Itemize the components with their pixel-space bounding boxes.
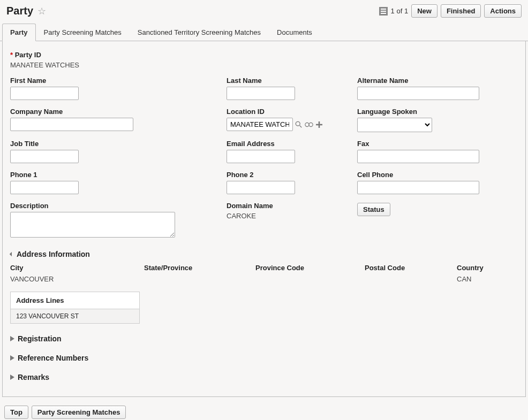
section-address-information-label: Address Information	[17, 250, 90, 258]
section-reference-numbers-label: Reference Numbers	[18, 354, 88, 362]
record-nav: 1 of 1 New Finished Actions	[379, 4, 522, 18]
postal-code-value	[365, 275, 457, 283]
list-icon[interactable]	[379, 7, 388, 16]
city-value: VANCOUVER	[10, 275, 144, 283]
phone1-label: Phone 1	[10, 171, 218, 179]
first-name-input[interactable]	[10, 87, 79, 100]
chevron-down-icon	[10, 252, 14, 256]
section-remarks[interactable]: Remarks	[10, 373, 518, 381]
address-line-row: 123 VANCOUVER ST	[11, 309, 139, 323]
bottom-button-bar: Top Party Screening Matches	[0, 402, 528, 420]
cell-phone-label: Cell Phone	[357, 171, 509, 179]
job-title-label: Job Title	[10, 140, 218, 148]
description-label: Description	[10, 202, 218, 210]
address-grid: City State/Province Province Code Postal…	[10, 264, 518, 283]
alternate-name-label: Alternate Name	[357, 77, 509, 85]
email-label: Email Address	[227, 140, 349, 148]
section-registration[interactable]: Registration	[10, 334, 518, 343]
header-bar: Party ☆ 1 of 1 New Finished Actions	[0, 0, 528, 23]
location-id-input[interactable]	[227, 118, 293, 131]
tab-documents[interactable]: Documents	[269, 24, 320, 41]
field-grid: First Name Last Name Alternate Name Comp…	[10, 77, 518, 239]
svg-point-0	[296, 121, 300, 126]
province-code-label: Province Code	[255, 264, 365, 272]
location-id-label: Location ID	[227, 108, 349, 116]
phone2-label: Phone 2	[227, 171, 349, 179]
party-panel: * Party ID MANATEE WATCHES First Name La…	[2, 41, 526, 397]
chevron-right-icon	[10, 336, 14, 341]
last-name-label: Last Name	[227, 77, 349, 85]
phone1-input[interactable]	[10, 181, 79, 194]
finished-button[interactable]: Finished	[441, 4, 481, 18]
first-name-label: First Name	[10, 77, 218, 85]
address-lines-table: Address Lines 123 VANCOUVER ST	[10, 292, 140, 324]
chevron-right-icon	[10, 355, 14, 361]
postal-code-label: Postal Code	[365, 264, 457, 272]
add-icon[interactable]	[315, 120, 323, 129]
party-screening-matches-button[interactable]: Party Screening Matches	[32, 406, 126, 419]
cell-phone-input[interactable]	[357, 181, 479, 194]
view-icon[interactable]	[305, 120, 313, 129]
last-name-input[interactable]	[227, 87, 295, 100]
favorite-star-icon[interactable]: ☆	[37, 5, 46, 17]
fax-label: Fax	[357, 140, 509, 148]
description-textarea[interactable]	[10, 212, 175, 238]
city-label: City	[10, 264, 144, 272]
country-value: CAN	[457, 275, 518, 283]
fax-input[interactable]	[357, 150, 479, 163]
tab-bar: Party Party Screening Matches Sanctioned…	[0, 23, 528, 41]
section-address-information[interactable]: Address Information	[10, 250, 518, 258]
domain-name-label: Domain Name	[227, 202, 349, 210]
svg-point-3	[309, 123, 313, 126]
top-button[interactable]: Top	[4, 406, 28, 419]
chevron-right-icon	[10, 375, 14, 380]
country-label: Country	[457, 264, 518, 272]
new-button[interactable]: New	[411, 4, 438, 18]
domain-name-value: CAROKE	[227, 212, 256, 220]
svg-point-2	[305, 123, 309, 126]
tab-sanctioned-territory-screening-matches[interactable]: Sanctioned Territory Screening Matches	[130, 24, 269, 41]
party-id-label: * Party ID	[10, 51, 518, 59]
svg-line-1	[300, 125, 302, 127]
party-id-value: MANATEE WATCHES	[10, 61, 79, 69]
state-label: State/Province	[144, 264, 255, 272]
company-name-label: Company Name	[10, 108, 218, 116]
phone2-input[interactable]	[227, 181, 295, 194]
party-id-block: * Party ID MANATEE WATCHES	[10, 51, 518, 69]
tab-party-screening-matches[interactable]: Party Screening Matches	[36, 24, 130, 41]
language-spoken-label: Language Spoken	[357, 108, 509, 116]
section-reference-numbers[interactable]: Reference Numbers	[10, 354, 518, 362]
search-icon[interactable]	[295, 120, 303, 129]
actions-button[interactable]: Actions	[484, 4, 522, 18]
tab-party[interactable]: Party	[2, 24, 36, 41]
address-lines-header: Address Lines	[11, 292, 139, 309]
status-button[interactable]: Status	[357, 203, 390, 216]
job-title-input[interactable]	[10, 150, 79, 163]
page-title: Party	[6, 5, 33, 17]
language-spoken-select[interactable]	[357, 118, 432, 132]
section-remarks-label: Remarks	[18, 373, 49, 381]
state-value	[144, 275, 255, 283]
section-registration-label: Registration	[18, 334, 62, 343]
company-name-input[interactable]	[10, 118, 133, 131]
record-counter: 1 of 1	[391, 7, 409, 15]
email-input[interactable]	[227, 150, 295, 163]
alternate-name-input[interactable]	[357, 87, 479, 100]
province-code-value	[255, 275, 365, 283]
